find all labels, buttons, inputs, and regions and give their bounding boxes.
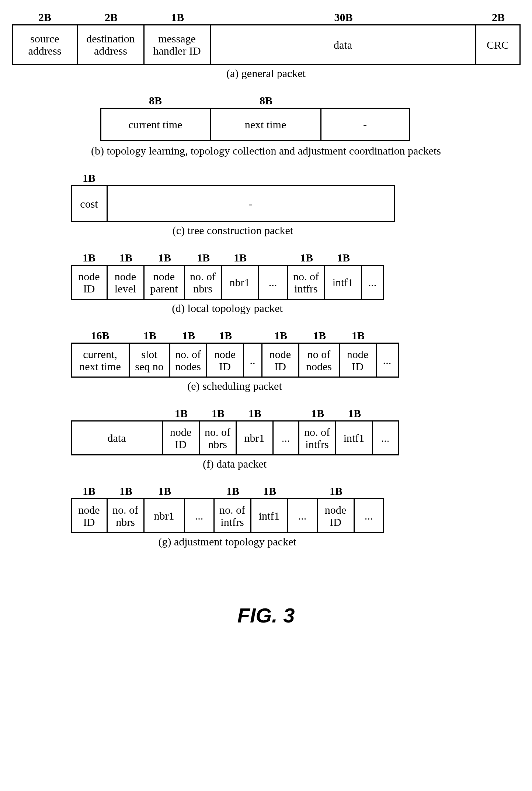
cell-no-nbrs: no. of nbrs [200,420,237,455]
packet-f-sizes: 1B 1B 1B 1B 1B [71,407,521,420]
packet-g: 1B 1B 1B 1B 1B 1B node ID no. of nbrs nb… [71,485,521,548]
size-label: 1B [299,407,336,420]
cell-slot-seqno: slot seq no [130,343,170,378]
cell-crc: CRC [476,24,521,65]
cell-no-intfrs: no. of intfrs [299,420,336,455]
packet-g-row: node ID no. of nbrs nbr1 ... no. of intf… [71,498,521,533]
cell-no-nodes: no of nodes [299,343,340,378]
size-label: 8B [211,94,321,107]
packet-d-sizes: 1B 1B 1B 1B 1B 1B 1B [71,251,521,264]
packet-c: 1B cost - (c) tree construction packet [71,172,521,237]
size-label: 1B [237,407,274,420]
size-label [274,407,299,420]
size-label: 1B [108,485,145,497]
cell-data: data [71,420,163,455]
size-label: 1B [200,407,237,420]
size-label: 1B [340,329,377,342]
packet-a-row: source address destination address messa… [12,24,521,65]
cell-source-address: source address [12,24,78,65]
cell-ellipsis: ... [288,498,318,533]
size-label: 2B [476,11,521,24]
cell-data: data [211,24,476,65]
size-label [71,407,163,420]
cell-ellipsis: ... [362,265,384,300]
cell-no-intfrs: no. of intfrs [215,498,251,533]
cell-node-id: node ID [163,420,200,455]
cell-node-level: node level [108,265,145,300]
caption-c: (c) tree construction packet [71,224,395,237]
cell-empty: - [108,185,395,222]
cell-cur-next-time: current, next time [71,343,130,378]
size-label: 1B [222,251,259,264]
size-label: 1B [108,251,145,264]
cell-ellipsis: .. [244,343,262,378]
packet-c-row: cost - [71,185,521,222]
cell-no-nbrs: no. of nbrs [108,498,145,533]
caption-f: (f) data packet [71,458,399,470]
caption-e: (e) scheduling packet [71,380,399,392]
size-label: 1B [71,251,108,264]
size-label: 2B [12,11,78,24]
size-label: 2B [78,11,145,24]
caption-a: (a) general packet [12,67,521,80]
cell-node-id: node ID [262,343,299,378]
packet-g-sizes: 1B 1B 1B 1B 1B 1B [71,485,521,497]
size-label: 1B [336,407,373,420]
packet-a: 2B 2B 1B 30B 2B source address destinati… [12,11,521,80]
size-label: 1B [145,11,211,24]
cell-current-time: current time [100,108,211,141]
cell-ellipsis: ... [274,420,299,455]
size-label: 30B [211,11,476,24]
size-label: 1B [251,485,288,497]
size-label: 16B [71,329,130,342]
packet-b: 8B 8B current time next time - [100,94,521,141]
packet-b-row: current time next time - [100,108,521,141]
caption-d: (d) local topology packet [71,302,384,315]
size-label [244,329,262,342]
cell-node-id: node ID [71,498,108,533]
packet-e-sizes: 16B 1B 1B 1B 1B 1B 1B [71,329,521,342]
packet-d-row: node ID node level node parent no. of nb… [71,265,521,300]
size-label [259,251,288,264]
packet-e: 16B 1B 1B 1B 1B 1B 1B current, next time… [71,329,521,392]
cell-nbr1: nbr1 [237,420,274,455]
size-label: 1B [170,329,207,342]
cell-no-nodes: no. of nodes [170,343,207,378]
size-label: 1B [145,251,185,264]
cell-dest-address: destination address [78,24,145,65]
packet-b-sizes: 8B 8B [100,94,521,107]
packet-f: 1B 1B 1B 1B 1B data node ID no. of nbrs … [71,407,521,470]
caption-g: (g) adjustment topology packet [71,535,384,548]
cell-node-parent: node parent [145,265,185,300]
cell-ellipsis: ... [355,498,384,533]
packet-e-row: current, next time slot seq no no. of no… [71,343,521,378]
size-label: 1B [145,485,185,497]
packet-d: 1B 1B 1B 1B 1B 1B 1B node ID node level … [71,251,521,315]
cell-ellipsis: ... [259,265,288,300]
cell-node-id: node ID [318,498,355,533]
cell-empty: - [321,108,410,141]
cell-node-id: node ID [340,343,377,378]
size-label: 1B [71,485,108,497]
cell-ellipsis: ... [185,498,215,533]
cell-next-time: next time [211,108,321,141]
size-label [288,485,318,497]
size-label: 1B [130,329,170,342]
size-label: 1B [262,329,299,342]
cell-no-nbrs: no. of nbrs [185,265,222,300]
size-label: 1B [71,172,108,184]
size-label: 8B [100,94,211,107]
cell-intf1: intf1 [251,498,288,533]
size-label: 1B [299,329,340,342]
size-label: 1B [207,329,244,342]
cell-intf1: intf1 [325,265,362,300]
size-label: 1B [288,251,325,264]
packet-c-sizes: 1B [71,172,521,184]
cell-nbr1: nbr1 [145,498,185,533]
size-label: 1B [215,485,251,497]
cell-no-intfrs: no. of intfrs [288,265,325,300]
size-label: 1B [318,485,355,497]
cell-node-id: node ID [71,265,108,300]
cell-node-id: node ID [207,343,244,378]
cell-ellipsis: ... [377,343,399,378]
